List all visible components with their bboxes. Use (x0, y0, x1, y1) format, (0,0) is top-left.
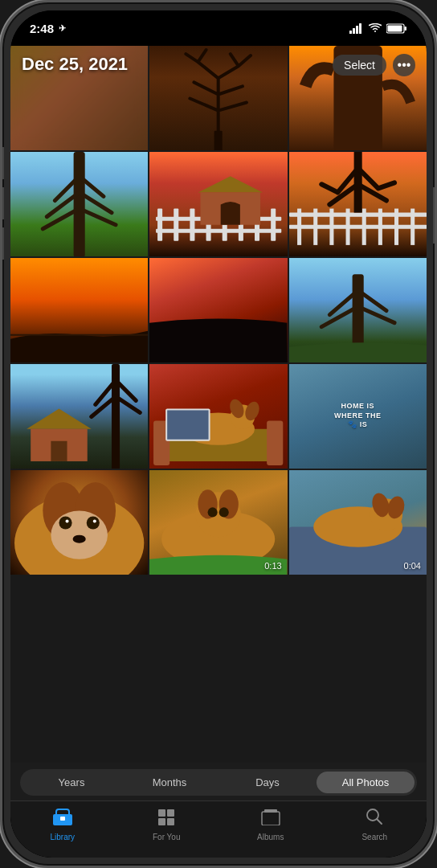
nav-search[interactable]: Search (323, 808, 427, 841)
svg-marker-35 (27, 408, 92, 428)
fence-tree-svg (289, 152, 427, 256)
nav-label-albums: Albums (257, 833, 284, 841)
svg-rect-0 (349, 31, 352, 34)
pill-days[interactable]: Days (218, 772, 317, 793)
wifi-icon (369, 23, 382, 33)
power-button[interactable] (433, 187, 437, 244)
svg-line-77 (377, 819, 382, 824)
photo-cell-2-1[interactable] (149, 258, 287, 362)
more-button[interactable]: ••• (393, 54, 415, 76)
nav-library[interactable]: Library (10, 808, 115, 841)
svg-rect-5 (405, 27, 407, 31)
svg-rect-70 (158, 809, 165, 817)
sunset-svg-1 (10, 258, 148, 362)
svg-rect-1 (353, 28, 355, 34)
svg-point-62 (219, 507, 229, 517)
dog-face-svg (10, 470, 148, 575)
mute-button[interactable] (0, 227, 4, 260)
day-tree-svg (289, 258, 427, 362)
library-icon (52, 808, 73, 830)
nav-label-for-you: For You (153, 833, 180, 841)
nav-for-you[interactable]: For You (115, 808, 219, 841)
photo-cell-0-1[interactable] (149, 46, 287, 150)
nav-label-search: Search (361, 833, 387, 841)
photo-cell-4-2[interactable]: 0:04 (289, 470, 427, 575)
doghouse-svg (149, 152, 287, 256)
svg-rect-41 (267, 421, 283, 465)
sunset-svg-2 (149, 258, 287, 362)
screen: 2:48 ✈ (10, 10, 427, 858)
svg-rect-9 (74, 152, 85, 256)
photo-cell-2-2[interactable] (289, 258, 427, 362)
svg-rect-28 (361, 209, 366, 245)
svg-point-55 (93, 519, 96, 522)
dog-couch2-svg (289, 470, 427, 575)
volume-down-button[interactable] (0, 187, 4, 219)
svg-rect-69 (60, 817, 65, 821)
svg-rect-74 (262, 812, 280, 825)
photo-cell-1-2[interactable] (289, 152, 427, 256)
photo-cell-3-0[interactable] (10, 364, 148, 469)
svg-rect-19 (156, 229, 281, 233)
status-icons (349, 23, 407, 34)
photo-cell-3-1[interactable] (149, 364, 287, 469)
svg-point-54 (66, 519, 69, 522)
photo-cell-3-2[interactable]: Home isWHERE THE🐾 IS (289, 364, 427, 469)
bottom-nav: Library For You (10, 800, 427, 858)
select-button[interactable]: Select (333, 55, 386, 76)
search-icon (366, 808, 383, 830)
status-time: 2:48 ✈ (30, 22, 66, 35)
svg-rect-24 (297, 209, 301, 245)
photo-cell-4-0[interactable] (10, 470, 148, 575)
pill-months[interactable]: Months (120, 772, 218, 793)
video-duration-2: 0:04 (404, 561, 421, 571)
for-you-icon (157, 808, 176, 830)
signal-icon (349, 23, 364, 34)
svg-marker-20 (198, 176, 263, 192)
dog-couch-svg (149, 364, 287, 469)
svg-rect-22 (289, 213, 427, 217)
dog-floor-svg (149, 470, 287, 575)
svg-rect-72 (158, 818, 165, 825)
house-tree-svg (10, 364, 148, 469)
location-icon: ✈ (59, 23, 66, 34)
svg-rect-10 (157, 209, 162, 241)
svg-point-52 (59, 516, 71, 529)
svg-point-53 (87, 516, 100, 529)
filter-bar: Years Months Days All Photos (10, 763, 427, 800)
svg-rect-17 (272, 209, 276, 241)
albums-icon (261, 808, 280, 830)
battery-icon (386, 23, 407, 34)
svg-rect-75 (264, 809, 277, 813)
pill-years[interactable]: Years (22, 772, 120, 793)
tree-svg (149, 46, 287, 150)
svg-rect-23 (289, 225, 427, 229)
pill-all-photos[interactable]: All Photos (317, 772, 415, 793)
photo-cell-0-0[interactable] (10, 46, 148, 150)
svg-point-61 (208, 507, 218, 517)
svg-rect-37 (51, 441, 67, 461)
phone-frame: 2:48 ✈ (0, 0, 437, 868)
svg-rect-29 (378, 209, 382, 245)
svg-rect-30 (394, 209, 398, 245)
tree-svg-2 (10, 152, 148, 256)
svg-point-56 (73, 535, 86, 543)
svg-rect-26 (329, 209, 333, 245)
volume-up-button[interactable] (0, 147, 4, 179)
photo-cell-1-1[interactable] (149, 152, 287, 256)
photo-grid: Home isWHERE THE🐾 IS (10, 46, 427, 763)
svg-rect-11 (174, 209, 179, 241)
video-duration-1: 0:13 (264, 561, 281, 571)
photo-cell-4-1[interactable]: 0:13 (149, 470, 287, 575)
svg-rect-3 (359, 23, 361, 34)
photo-cell-1-0[interactable] (10, 152, 148, 256)
svg-rect-31 (410, 209, 415, 245)
photos-area: Dec 25, 2021 Select ••• (10, 46, 427, 763)
nav-albums[interactable]: Albums (218, 808, 323, 841)
header-buttons: Select ••• (333, 54, 415, 76)
svg-rect-71 (167, 809, 174, 817)
svg-rect-25 (313, 209, 317, 245)
photo-cell-2-0[interactable] (10, 258, 148, 362)
svg-rect-27 (345, 209, 349, 245)
svg-rect-12 (190, 209, 195, 241)
